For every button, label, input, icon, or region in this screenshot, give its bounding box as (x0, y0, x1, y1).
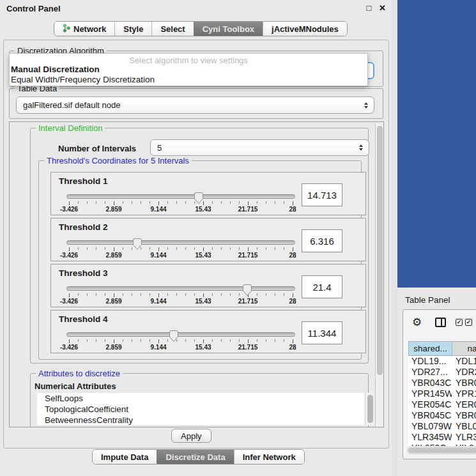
float-window-icon[interactable]: □ (367, 3, 372, 13)
cell-shared-name[interactable]: YPR145W (408, 388, 452, 399)
slider-thumb[interactable] (132, 238, 142, 250)
threshold-1-slider[interactable]: -3.4262.8599.14415.4321.71528 (66, 192, 295, 213)
tab-infer-network[interactable]: Infer Network (234, 450, 304, 464)
check-mark: ✓ (457, 319, 462, 325)
table-row[interactable]: YIL052CYIL0 (408, 443, 476, 446)
threshold-1-value-field[interactable]: 14.713 (302, 183, 342, 206)
tab-style[interactable]: Style (114, 22, 151, 36)
slider-tick-labels: -3.4262.8599.14415.4321.71528 (69, 298, 293, 305)
table-rows: YDL19...YDL1YDR27...YDR2YBR043CYBR0YPR14… (408, 356, 476, 446)
table-row[interactable]: YBR045CYBR0 (408, 410, 476, 421)
threshold-4-slider[interactable]: -3.4262.8599.14415.4321.71528 (66, 330, 295, 351)
threshold-coordinates-group: Threshold's Coordinates for 5 Intervals … (38, 160, 362, 360)
tab-jactivemnodules[interactable]: jActiveMNodules (263, 22, 347, 36)
slider-track (66, 240, 295, 245)
combo-stepper-icon (359, 144, 363, 151)
slider-track (66, 286, 295, 291)
tab-impute-data[interactable]: Impute Data (93, 450, 157, 464)
slider-tick-labels: -3.4262.8599.14415.4321.71528 (69, 206, 293, 213)
slider-thumb[interactable] (169, 330, 179, 342)
attribute-item[interactable]: TopologicalCoefficient (37, 404, 364, 415)
tab-discretize-data-label: Discretize Data (165, 452, 225, 462)
bottom-tab-bar: Impute Data Discretize Data Infer Networ… (92, 449, 305, 464)
cell-shared-name[interactable]: YBL079W (408, 421, 452, 432)
column-header-shared-name[interactable]: shared... (409, 342, 452, 355)
split-columns-icon[interactable] (435, 318, 446, 327)
table-row[interactable]: YER054CYER0 (408, 399, 476, 410)
cell-name[interactable]: YBL0 (452, 421, 476, 432)
table-row[interactable]: YPR145WYPR1 (408, 388, 476, 399)
threshold-3-label: Threshold 3 (59, 268, 108, 278)
slider-thumb[interactable] (242, 284, 252, 296)
threshold-3-slider[interactable]: -3.4262.8599.14415.4321.71528 (66, 284, 295, 305)
scrollbar-thumb[interactable] (377, 126, 383, 375)
tab-discretize-data[interactable]: Discretize Data (157, 450, 233, 464)
cell-name[interactable]: YDL1 (452, 356, 476, 367)
cell-shared-name[interactable]: YBR043C (408, 378, 452, 388)
numerical-attributes-list[interactable]: SelfLoopsTopologicalCoefficientBetweenne… (37, 393, 364, 425)
cell-name[interactable]: YBR0 (452, 378, 476, 388)
settings-scrollpane: Interval Definition Number of Intervals … (9, 121, 384, 427)
cell-shared-name[interactable]: YDR27... (408, 367, 452, 378)
threshold-2-label: Threshold 2 (59, 222, 108, 232)
slider-ticks (69, 339, 293, 343)
threshold-2-value-field[interactable]: 6.316 (302, 229, 342, 252)
interval-definition-group-title: Interval Definition (36, 123, 105, 133)
close-icon[interactable]: ✕ (379, 3, 386, 13)
checkbox-icon[interactable]: ✓ (456, 319, 463, 326)
table-panel-region: Table Panel ⚙ ✓ ✓ shared... na YDL19...Y… (397, 288, 476, 476)
tab-cyni-toolbox-label: Cyni Toolbox (203, 24, 254, 34)
table-horizontal-scrollbar[interactable] (407, 447, 476, 454)
table-row[interactable]: YBL079WYBL0 (408, 421, 476, 432)
table-row[interactable]: YBR043CYBR0 (408, 378, 476, 388)
attributes-group: Attributes to discretize Numerical Attri… (30, 373, 369, 427)
algorithm-option-equal-width[interactable]: Equal Width/Frequency Discretization (10, 75, 367, 85)
tab-jactivemnodules-label: jActiveMNodules (272, 24, 339, 34)
control-panel: Control Panel □ ✕ Network Style Select C… (0, 0, 392, 476)
table-row[interactable]: YDR27...YDR2 (408, 367, 476, 378)
tab-cyni-toolbox[interactable]: Cyni Toolbox (194, 22, 263, 36)
algorithm-option-manual[interactable]: Manual Discretization (10, 65, 367, 75)
column-header-name[interactable]: na (452, 342, 476, 355)
table-data-combobox[interactable]: galFiltered.sif default node (16, 96, 374, 114)
checkbox-icon[interactable]: ✓ (465, 319, 472, 326)
table-header-row: shared... na (408, 341, 476, 356)
attribute-item[interactable]: SelfLoops (37, 393, 364, 404)
cell-name[interactable]: YLR3 (452, 432, 476, 443)
cell-name[interactable]: YER0 (452, 399, 476, 410)
apply-button[interactable]: Apply (171, 429, 211, 443)
settings-vertical-scrollbar[interactable] (375, 122, 383, 427)
cell-name[interactable]: YDR2 (452, 367, 476, 378)
threshold-2-slider[interactable]: -3.4262.8599.14415.4321.71528 (66, 238, 295, 259)
tab-impute-data-label: Impute Data (101, 452, 148, 462)
slider-track (66, 332, 295, 337)
tab-select[interactable]: Select (151, 22, 193, 36)
number-of-intervals-combobox[interactable]: 5 (150, 139, 369, 156)
attribute-item[interactable]: BetweennessCentrality (37, 415, 364, 425)
cell-shared-name[interactable]: YLR345W (408, 432, 452, 443)
table-row[interactable]: YLR345WYLR3 (408, 432, 476, 443)
cell-name[interactable]: YPR1 (452, 388, 476, 399)
algorithm-dropdown-popup: Select algorithm to view settings Manual… (9, 53, 368, 86)
slider-thumb[interactable] (194, 192, 204, 204)
attributes-list-scrollbar[interactable] (365, 393, 374, 425)
panel-title: Control Panel (6, 4, 61, 13)
cell-shared-name[interactable]: YBR045C (408, 410, 452, 421)
scrollbar-thumb[interactable] (367, 395, 373, 423)
cell-shared-name[interactable]: YER054C (408, 399, 452, 410)
combo-stepper-icon (364, 102, 368, 109)
cell-shared-name[interactable]: YDL19... (408, 356, 452, 367)
table-data-group: Table Data galFiltered.sif default node (9, 88, 383, 119)
table-row[interactable]: YDL19...YDL1 (408, 356, 476, 367)
gear-icon[interactable]: ⚙ (412, 316, 422, 329)
table-panel: ⚙ ✓ ✓ shared... na YDL19...YDL1YDR27...Y… (403, 309, 476, 459)
cell-shared-name[interactable]: YIL052C (408, 443, 452, 446)
cell-name[interactable]: YBR0 (452, 410, 476, 421)
scrollbar-thumb[interactable] (408, 448, 476, 453)
threshold-4-value-field[interactable]: 11.344 (302, 321, 342, 344)
tab-network[interactable]: Network (54, 22, 114, 36)
slider-tick-labels: -3.4262.8599.14415.4321.71528 (69, 252, 293, 259)
cell-name[interactable]: YIL0 (452, 443, 476, 446)
threshold-1-panel: Threshold 1 -3.4262.8599.14415.4321.7152… (50, 172, 366, 215)
threshold-3-value-field[interactable]: 21.4 (302, 275, 342, 298)
